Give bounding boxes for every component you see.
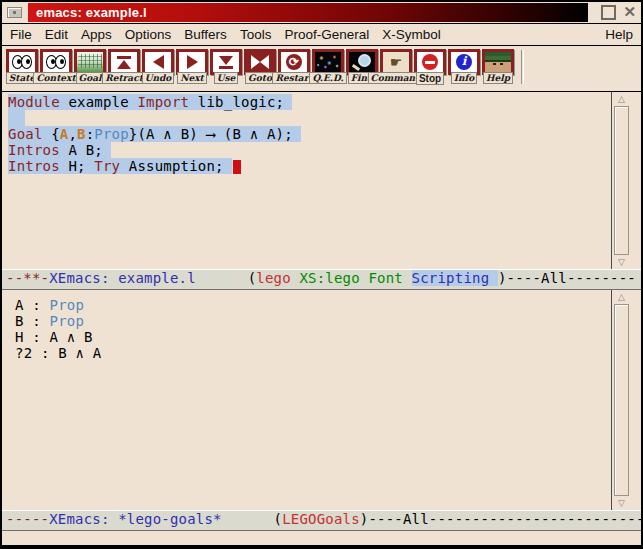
goals-modeline[interactable]: -----XEmacs: *lego-goals* (LEGOGoals)---… <box>2 510 641 531</box>
buffer-line: Module example Import lib_logic; <box>8 94 611 110</box>
scrollbar-down-arrow[interactable]: ▽ <box>613 497 630 509</box>
toolbar-button-restart[interactable]: ⟳ Restart <box>277 49 311 84</box>
buffer-line: H : A ∧ B <box>15 329 611 345</box>
close-icon[interactable]: ✕ <box>623 5 636 20</box>
maximize-icon[interactable] <box>601 5 616 20</box>
toolbar-separator <box>521 50 524 84</box>
buffer-line: A : Prop <box>15 297 611 313</box>
window-content: emacs: example.l ✕ File Edit Apps Option… <box>2 2 641 545</box>
scrollbar-track[interactable] <box>614 105 629 256</box>
toolbar-button-command[interactable]: ☛ Command <box>379 49 413 84</box>
scrollbar-down-arrow[interactable]: ▽ <box>613 256 630 268</box>
buffer-line <box>8 110 611 126</box>
buffer-line: B : Prop <box>15 313 611 329</box>
right-margin <box>631 92 641 269</box>
scrollbar-thumb[interactable] <box>614 106 629 255</box>
window-menu-button[interactable] <box>7 7 22 18</box>
proof-toolbar: State Context Goal Retract Undo Next <box>2 46 641 92</box>
script-buffer[interactable]: Module example Import lib_logic; Goal {A… <box>2 92 611 269</box>
toolbar-button-stop[interactable]: Stop <box>413 49 447 85</box>
toolbar-button-help[interactable]: Help <box>481 49 515 84</box>
right-margin <box>631 290 641 510</box>
toolbar-button-use[interactable]: Use <box>209 49 243 84</box>
script-modeline[interactable]: --**-XEmacs: example.l (lego XS:lego Fon… <box>2 269 641 290</box>
scrollbar-up-arrow[interactable]: △ <box>613 93 630 105</box>
menu-item-edit[interactable]: Edit <box>45 27 68 42</box>
menu-item-file[interactable]: File <box>10 27 32 42</box>
buffer-line: Goal {A,B:Prop}(A ∧ B) ⟶ (B ∧ A); <box>8 126 611 142</box>
buffer-line: Intros H; Try Assumption; <box>8 158 611 174</box>
toolbar-button-retract[interactable]: Retract <box>107 49 141 84</box>
text-cursor <box>233 160 241 174</box>
scrollbar-track[interactable] <box>614 303 629 497</box>
menu-item-tools[interactable]: Tools <box>240 27 272 42</box>
goals-buffer-window: A : PropB : PropH : A ∧ B?2 : B ∧ A △ ▽ <box>2 290 641 510</box>
toolbar-button-undo[interactable]: Undo <box>141 49 175 84</box>
menubar: File Edit Apps Options Buffers Tools Pro… <box>2 23 641 46</box>
menu-item-proof-general[interactable]: Proof-General <box>284 27 369 42</box>
menu-item-x-symbol[interactable]: X-Symbol <box>382 27 441 42</box>
buffer-line: ?2 : B ∧ A <box>15 345 611 361</box>
toolbar-button-info[interactable]: i Info <box>447 49 481 84</box>
menu-item-help[interactable]: Help <box>605 27 633 42</box>
menu-item-apps[interactable]: Apps <box>81 27 112 42</box>
script-scrollbar[interactable]: △ ▽ <box>611 92 631 269</box>
toolbar-button-qed[interactable]: Q.E.D. <box>311 49 345 84</box>
scrollbar-thumb[interactable] <box>614 304 629 496</box>
menu-item-buffers[interactable]: Buffers <box>184 27 227 42</box>
titlebar[interactable]: emacs: example.l ✕ <box>2 2 641 23</box>
goals-scrollbar[interactable]: △ ▽ <box>611 290 631 510</box>
buffer-line: Intros A B; <box>8 142 611 158</box>
goals-buffer[interactable]: A : PropB : PropH : A ∧ B?2 : B ∧ A <box>2 290 611 510</box>
toolbar-button-context[interactable]: Context <box>39 49 73 84</box>
window-title: emacs: example.l <box>28 3 588 22</box>
menu-item-options[interactable]: Options <box>125 27 172 42</box>
scrollbar-up-arrow[interactable]: △ <box>613 291 630 303</box>
window-controls: ✕ <box>588 5 641 20</box>
minibuffer[interactable] <box>2 531 641 545</box>
toolbar-button-next[interactable]: Next <box>175 49 209 84</box>
xemacs-window: emacs: example.l ✕ File Edit Apps Option… <box>0 0 643 549</box>
script-buffer-window: Module example Import lib_logic; Goal {A… <box>2 92 641 269</box>
